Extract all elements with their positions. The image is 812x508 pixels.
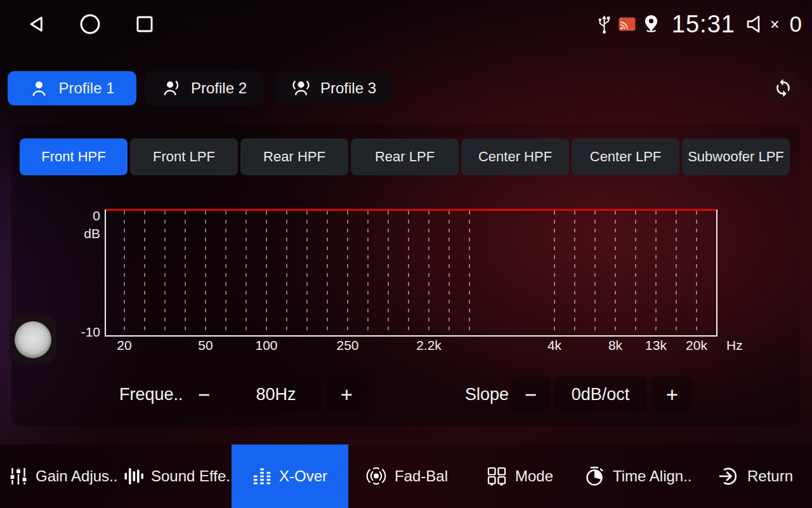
nav-fad-bal[interactable]: Fad-Bal	[365, 444, 448, 508]
x-tick-label: 13k	[645, 338, 667, 353]
x-tick-label: 4k	[547, 338, 561, 353]
person-icon	[29, 79, 49, 98]
tab-center-hpf[interactable]: Center HPF	[461, 138, 569, 175]
gridline	[164, 211, 166, 335]
plus-icon: +	[341, 384, 353, 405]
gridline	[554, 211, 555, 335]
stopwatch-icon	[584, 465, 605, 487]
grid-squares-icon	[486, 465, 508, 487]
x-tick-label: 250	[336, 338, 358, 353]
y-axis-bottom-label: -10	[81, 324, 100, 340]
back-button[interactable]	[24, 13, 47, 36]
clock: 15:31	[672, 11, 735, 38]
gridline	[408, 211, 409, 335]
profile-1-button[interactable]: Profile 1	[8, 71, 136, 105]
home-button[interactable]	[79, 13, 102, 36]
floating-knob-button[interactable]	[9, 316, 56, 363]
nav-label: Mode	[515, 467, 553, 485]
frequency-label: Freque..	[119, 377, 183, 412]
cast-icon	[619, 17, 636, 32]
equalizer-columns-icon	[252, 467, 272, 486]
sync-icon	[773, 78, 793, 98]
x-tick-label: 20	[117, 338, 131, 353]
gridline	[266, 211, 267, 335]
x-axis-unit: Hz	[726, 338, 743, 353]
frequency-response-chart: 0 dB -10 20501002502.2k4k8k13k20k Hz	[105, 210, 717, 337]
gridline	[655, 211, 657, 335]
gridline	[676, 211, 677, 335]
volume-muted-icon	[746, 15, 763, 34]
tab-rear-hpf[interactable]: Rear HPF	[240, 138, 348, 175]
slope-plus-button[interactable]: +	[652, 377, 692, 412]
frequency-value: 80Hz	[230, 377, 322, 412]
usb-icon	[597, 14, 612, 35]
profile-3-button[interactable]: Profile 3	[275, 71, 392, 105]
profile-label: Profile 3	[320, 79, 376, 97]
tab-rear-lpf[interactable]: Rear LPF	[351, 138, 459, 175]
plus-icon: +	[666, 384, 678, 405]
tab-front-hpf[interactable]: Front HPF	[20, 138, 128, 175]
tab-front-lpf[interactable]: Front LPF	[130, 138, 238, 175]
frequency-minus-button[interactable]: −	[184, 377, 224, 412]
return-arrow-icon	[718, 465, 740, 487]
x-tick-label: 8k	[608, 338, 622, 353]
profile-label: Profile 1	[58, 79, 114, 97]
tab-label: Subwoofer LPF	[688, 149, 784, 165]
recents-button[interactable]	[133, 13, 156, 36]
y-axis-top-label: 0	[93, 208, 100, 224]
gridline	[696, 211, 697, 335]
nav-sound-effect[interactable]: Sound Effe..	[124, 444, 235, 508]
nav-mode[interactable]: Mode	[486, 444, 553, 508]
nav-x-over[interactable]: X-Over	[232, 444, 348, 508]
gridline	[615, 211, 616, 335]
tab-label: Front HPF	[41, 149, 105, 165]
person-broadcast-icon	[291, 79, 311, 98]
slope-minus-button[interactable]: −	[511, 377, 551, 412]
status-bar: 15:31 × 0	[0, 0, 812, 48]
x-tick-label: 20k	[686, 338, 707, 353]
x-tick-label: 50	[198, 338, 213, 353]
location-icon	[643, 15, 660, 34]
tab-center-lpf[interactable]: Center LPF	[572, 138, 679, 175]
nav-time-align[interactable]: Time Align..	[584, 444, 692, 508]
bottom-nav-bar: Gain Adjus.. Sound Effe..	[0, 444, 812, 508]
tab-label: Center LPF	[590, 149, 662, 165]
nav-gain-adjust[interactable]: Gain Adjus..	[9, 444, 117, 508]
gridline	[449, 211, 450, 335]
status-indicators: 15:31 × 0	[597, 0, 802, 48]
volume-level: 0	[790, 11, 802, 37]
frequency-plus-button[interactable]: +	[327, 377, 367, 412]
gridline	[574, 211, 575, 335]
gridline	[388, 211, 389, 335]
response-curve	[106, 209, 716, 211]
nav-label: Sound Effe..	[151, 467, 235, 485]
gridline	[635, 211, 636, 335]
tab-label: Front LPF	[153, 149, 215, 165]
gridline	[428, 211, 429, 335]
gridline	[367, 211, 369, 335]
gridline	[144, 211, 145, 335]
android-nav-buttons	[24, 0, 156, 48]
gridline	[286, 211, 287, 335]
gridline	[124, 211, 125, 335]
x-tick-label: 100	[255, 338, 277, 353]
nav-return[interactable]: Return	[718, 444, 793, 508]
tab-subwoofer-lpf[interactable]: Subwoofer LPF	[682, 138, 790, 175]
y-axis-unit: dB	[84, 226, 100, 241]
reset-profile-button[interactable]	[766, 70, 801, 105]
nav-label: Gain Adjus..	[36, 467, 117, 485]
profile-2-button[interactable]: Profile 2	[145, 71, 264, 105]
x-tick-label: 2.2k	[416, 338, 442, 353]
balance-waves-icon	[365, 465, 387, 487]
slope-value: 0dB/oct	[554, 377, 647, 412]
minus-icon: −	[198, 384, 210, 405]
gridline	[246, 211, 247, 335]
nav-label: Return	[747, 467, 793, 485]
tab-label: Rear LPF	[375, 149, 435, 165]
tab-label: Center HPF	[478, 149, 552, 165]
mixer-sliders-icon	[9, 467, 28, 486]
nav-label: X-Over	[279, 467, 327, 485]
gridline	[469, 211, 470, 335]
gridline	[185, 211, 186, 335]
knob-icon	[15, 321, 51, 358]
